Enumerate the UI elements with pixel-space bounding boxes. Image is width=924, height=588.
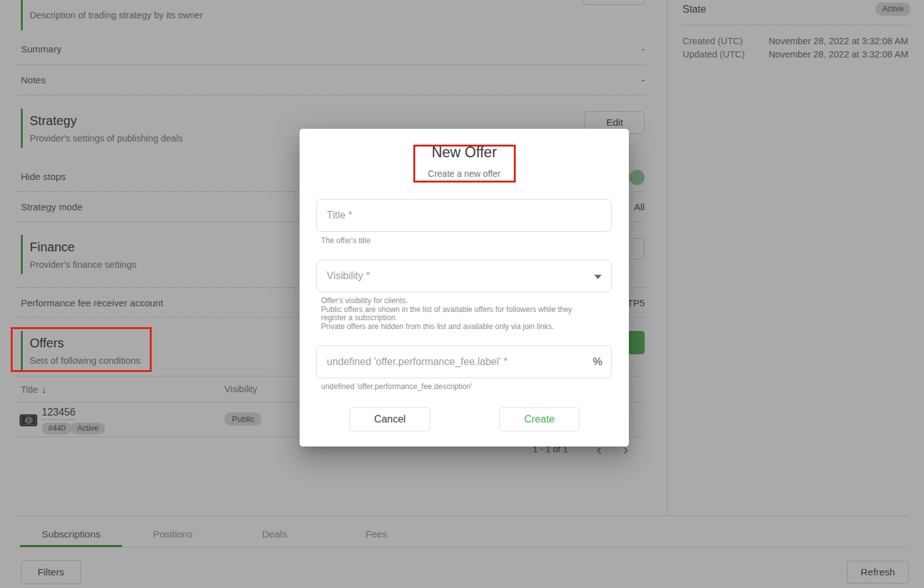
- offer-title-input[interactable]: [317, 200, 611, 231]
- visibility-helper: Offer's visibility for clients. Public o…: [321, 297, 599, 331]
- visibility-select[interactable]: Visibility *: [316, 260, 612, 292]
- cancel-button[interactable]: Cancel: [350, 407, 430, 431]
- performance-fee-field: %: [316, 345, 612, 378]
- dropdown-caret-icon: [594, 275, 602, 279]
- create-button[interactable]: Create: [499, 407, 580, 431]
- strategy-provider-page: Description of trading strategy by its o…: [0, 0, 924, 588]
- performance-fee-helper: undefined 'offer.performance_fee.descrip…: [321, 383, 599, 392]
- offer-title-field: [316, 199, 612, 232]
- offer-title-helper: The offer's title: [321, 237, 599, 246]
- performance-fee-input[interactable]: [317, 346, 593, 378]
- visibility-select-placeholder: Visibility *: [317, 270, 370, 282]
- annotation-box-offers: [11, 327, 152, 372]
- annotation-box-new-offer: [413, 145, 516, 183]
- percent-suffix: %: [593, 356, 611, 368]
